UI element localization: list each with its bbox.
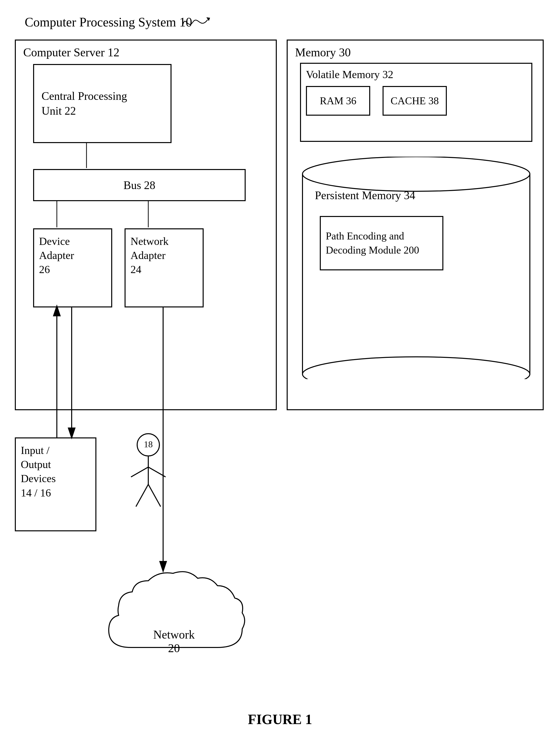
cache-label: CACHE 38	[391, 95, 439, 107]
persistent-memory-cylinder: Persistent Memory 34 Path Encoding andDe…	[300, 157, 532, 379]
io-devices-box: Input /OutputDevices14 / 16	[15, 438, 96, 531]
svg-line-9	[136, 484, 148, 507]
computer-server-box: Computer Server 12 Central ProcessingUni…	[15, 40, 277, 410]
path-encoding-label: Path Encoding andDecoding Module 200	[326, 229, 419, 257]
network-label: Network20	[153, 628, 195, 655]
svg-line-8	[148, 467, 165, 477]
figure-caption: FIGURE 1	[0, 711, 560, 727]
svg-line-10	[148, 484, 161, 507]
system-title: Computer Processing System 10	[25, 15, 192, 29]
cache-box: CACHE 38	[383, 86, 447, 116]
svg-point-2	[302, 157, 530, 191]
ram-box: RAM 36	[306, 86, 370, 116]
svg-text:18: 18	[144, 440, 153, 449]
cpu-box: Central ProcessingUnit 22	[33, 64, 172, 143]
volatile-memory-label: Volatile Memory 32	[306, 68, 394, 81]
squiggle-icon	[180, 12, 210, 32]
diagram-page: Computer Processing System 10 Computer S…	[0, 0, 560, 752]
ram-label: RAM 36	[320, 95, 356, 107]
device-adapter-label: Device Adapter26	[39, 234, 106, 277]
volatile-memory-box: Volatile Memory 32 RAM 36 CACHE 38	[300, 63, 532, 142]
network-adapter-box: NetworkAdapter24	[124, 228, 204, 307]
user-figure: 18	[124, 432, 173, 512]
memory-box: Memory 30 Volatile Memory 32 RAM 36 CACH…	[287, 40, 544, 410]
svg-line-7	[131, 467, 148, 477]
io-devices-label: Input /OutputDevices14 / 16	[21, 443, 56, 500]
cpu-label: Central ProcessingUnit 22	[41, 89, 127, 118]
bus-box: Bus 28	[33, 169, 246, 201]
path-encoding-box: Path Encoding andDecoding Module 200	[320, 216, 443, 270]
memory-label: Memory 30	[295, 45, 351, 59]
computer-server-label: Computer Server 12	[23, 45, 119, 59]
svg-rect-1	[302, 174, 530, 374]
network-adapter-label: NetworkAdapter24	[131, 234, 168, 277]
person-svg: 18	[124, 432, 173, 511]
bus-label: Bus 28	[123, 179, 155, 192]
persistent-memory-label: Persistent Memory 34	[315, 189, 415, 202]
device-adapter-box: Device Adapter26	[33, 228, 112, 307]
